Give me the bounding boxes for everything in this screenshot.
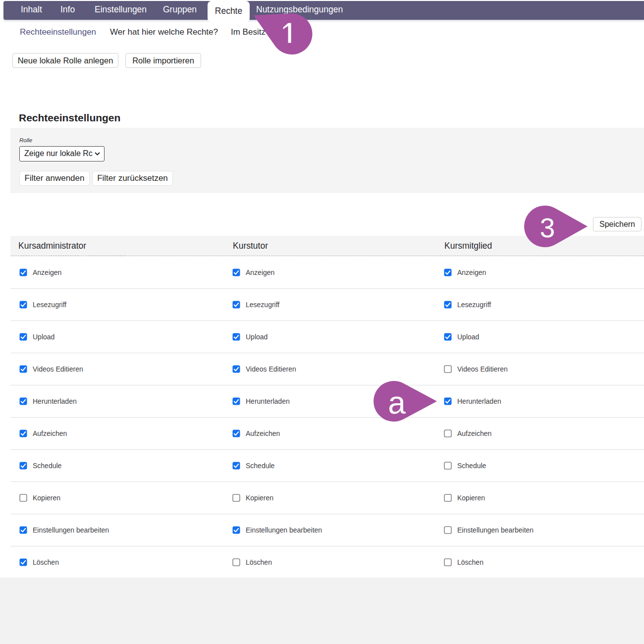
svg-text:a: a [388,385,406,421]
